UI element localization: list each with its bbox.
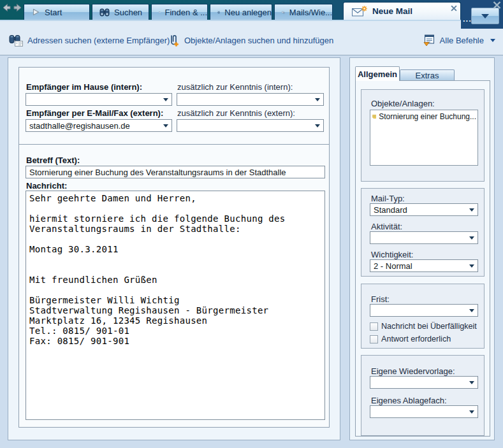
own-followup-select[interactable] — [370, 376, 478, 389]
tab-label: Finden & ... — [165, 8, 207, 17]
form-window-icon — [159, 8, 161, 17]
attachments-group: Objekte/Anlagen: Stornierung einer Buchu… — [361, 89, 485, 182]
close-window-icon[interactable] — [493, 1, 501, 9]
chevron-down-icon — [469, 381, 474, 384]
recipients-group: Empfänger im Hause (intern): zusätzlich … — [18, 67, 330, 145]
cc-internal-select[interactable] — [177, 93, 324, 106]
tab-overflow-area: ... — [461, 0, 503, 29]
tab-allgemein[interactable]: Allgemein — [355, 66, 400, 81]
chevron-down-icon — [469, 236, 474, 240]
close-tab-icon[interactable] — [451, 5, 457, 11]
back-icon[interactable] — [2, 3, 11, 12]
paperclip-plus-icon — [168, 34, 180, 47]
tab-label: Neu anlegen — [224, 8, 272, 17]
mail-star-icon — [352, 6, 367, 17]
forward-icon[interactable] — [13, 3, 22, 12]
recipient-internal-label: Empfänger im Hause (intern): — [26, 82, 142, 92]
tab-start[interactable]: Start — [24, 4, 90, 20]
yellow-note-icon — [372, 112, 376, 121]
tab-bar: Start Suchen Finden & ... — [0, 0, 503, 20]
mail-type-group: Mail-Typ: Standard Aktivität: Wichtigkei… — [361, 188, 485, 277]
toolbar: Adressen suchen (externe Empfänger) Obje… — [0, 20, 503, 55]
deadline-group: Frist: Nachricht bei Überfälligkeit Antw… — [361, 284, 485, 349]
followup-group: Eigene Wiedervorlage: Eigenes Ablagefach… — [361, 355, 485, 436]
tab-neue-mail-active[interactable]: Neue Mail — [343, 2, 461, 20]
mail-type-value: Standard — [374, 205, 407, 215]
reply-required-checkbox-label: Antwort erforderlich — [381, 335, 451, 343]
own-filing-select[interactable] — [370, 405, 478, 418]
chevron-down-icon — [490, 39, 495, 42]
tab-label: Neue Mail — [372, 6, 412, 16]
chevron-down-icon — [469, 309, 474, 312]
attachments-label: Objekte/Anlagen: — [371, 99, 435, 108]
own-followup-label: Eigene Wiedervorlage: — [371, 366, 455, 376]
importance-value: 2 - Normal — [374, 261, 412, 271]
toolbar-button-label: Adressen suchen (externe Empfänger) — [27, 36, 170, 45]
cc-internal-label: zusätzlich zur Kenntnis (intern): — [177, 82, 293, 92]
overdue-checkbox-label: Nachricht bei Überfälligkeit — [381, 322, 477, 331]
chevron-down-icon — [315, 124, 320, 127]
chevron-down-icon — [469, 410, 474, 414]
recipient-external-value: stadthalle@regishausen.de — [29, 121, 130, 131]
mail-type-label: Mail-Typ: — [371, 194, 405, 203]
tab-list-dropdown-button[interactable] — [471, 8, 499, 24]
deadline-select[interactable] — [370, 304, 478, 317]
importance-select[interactable]: 2 - Normal — [370, 259, 478, 272]
mail-type-select[interactable]: Standard — [370, 203, 478, 216]
tab-label: Suchen — [114, 8, 142, 17]
tab-overflow-ellipsis[interactable]: ... — [463, 14, 472, 24]
recipient-external-label: Empfänger per E-Mail/Fax (extern): — [26, 108, 163, 118]
chevron-down-icon — [469, 208, 474, 212]
all-commands-button[interactable]: Alle Befehle — [423, 32, 495, 48]
attachment-item-label: Stornierung einer Buchung... — [379, 112, 476, 121]
subject-input[interactable] — [26, 166, 325, 178]
attachment-item[interactable]: Stornierung einer Buchung... — [370, 110, 477, 121]
overdue-checkbox-row[interactable]: Nachricht bei Überfälligkeit — [370, 322, 477, 331]
toolbar-button-label: Objekte/Anlagen suchen und hinzufügen — [184, 36, 333, 45]
tab-neu-anlegen[interactable]: Neu anlegen — [210, 4, 272, 20]
attachments-listbox[interactable]: Stornierung einer Buchung... — [370, 110, 478, 166]
activity-select[interactable] — [370, 231, 478, 244]
recipient-external-select[interactable]: stadthalle@regishausen.de — [26, 119, 172, 132]
chevron-down-icon — [469, 264, 474, 268]
reply-required-checkbox-row[interactable]: Antwort erforderlich — [370, 335, 451, 343]
properties-tab-content: Objekte/Anlagen: Stornierung einer Buchu… — [355, 80, 490, 437]
starburst-icon — [217, 8, 220, 17]
message-label: Nachricht: — [26, 181, 67, 191]
binoculars-card-icon — [9, 34, 23, 47]
attach-object-button[interactable]: Objekte/Anlagen suchen und hinzufügen — [168, 32, 333, 48]
toolbar-button-label: Alle Befehle — [440, 36, 484, 45]
cc-external-select[interactable] — [177, 119, 324, 132]
activity-label: Aktivität: — [371, 222, 402, 231]
tab-suchen[interactable]: Suchen — [92, 4, 149, 20]
properties-panel: Allgemein Extras Objekte/Anlagen: Storni… — [349, 57, 495, 440]
deadline-label: Frist: — [371, 294, 390, 304]
chevron-down-icon — [163, 98, 168, 101]
application-window: Start Suchen Finden & ... — [0, 0, 503, 448]
tab-mails-wiedervorlagen[interactable]: Mails/Wie... — [274, 4, 333, 20]
recipient-internal-select[interactable] — [26, 93, 172, 106]
tab-label: Extras — [416, 71, 439, 80]
importance-label: Wichtigkeit: — [371, 250, 413, 259]
binoculars-icon — [99, 8, 110, 17]
tab-extras[interactable]: Extras — [400, 69, 455, 81]
tab-label: Allgemein — [358, 69, 397, 79]
own-filing-label: Eigenes Ablagefach: — [371, 396, 447, 405]
reply-required-checkbox[interactable] — [370, 335, 378, 343]
tab-finden[interactable]: Finden & ... — [151, 4, 208, 20]
chevron-down-icon — [481, 14, 489, 18]
mail-form-panel: Empfänger im Hause (intern): zusätzlich … — [8, 57, 340, 440]
command-list-icon — [423, 34, 435, 47]
chevron-down-icon — [315, 98, 320, 101]
address-search-button[interactable]: Adressen suchen (externe Empfänger) — [9, 32, 170, 48]
tab-label: Start — [45, 8, 62, 17]
message-group: Betreff (Text): Nachricht: Sehr geehrte … — [18, 144, 330, 428]
tab-label: Mails/Wie... — [289, 8, 332, 17]
play-icon — [31, 8, 40, 17]
subject-label: Betreff (Text): — [26, 155, 80, 165]
overdue-checkbox[interactable] — [370, 322, 378, 331]
cc-external-label: zusätzlich zur Kenntnis (extern): — [177, 108, 295, 118]
message-textarea[interactable]: Sehr geehrte Damen und Herren, hiermit s… — [26, 191, 325, 420]
mail-calendar-icon — [282, 8, 285, 17]
chevron-down-icon — [163, 124, 168, 127]
